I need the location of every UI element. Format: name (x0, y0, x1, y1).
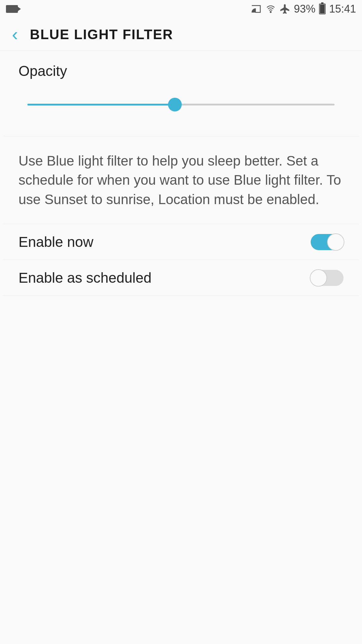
svg-point-0 (270, 11, 271, 13)
enable-now-label: Enable now (19, 234, 93, 250)
enable-now-row[interactable]: Enable now (3, 224, 359, 260)
airplane-icon (280, 4, 290, 14)
battery-icon (319, 4, 326, 14)
status-bar: 93% 15:41 (0, 0, 362, 18)
back-icon[interactable]: ‹ (12, 25, 18, 43)
status-right: 93% 15:41 (250, 3, 356, 15)
opacity-label: Opacity (19, 63, 343, 79)
enable-now-toggle[interactable] (311, 234, 343, 250)
clock-time: 15:41 (329, 3, 356, 15)
cast-icon (250, 4, 262, 14)
toggle-knob (327, 233, 344, 251)
slider-fill (27, 104, 175, 105)
video-camera-icon (6, 5, 18, 13)
description-text: Use Blue light filter to help you sleep … (3, 136, 359, 224)
enable-scheduled-row[interactable]: Enable as scheduled (3, 260, 359, 296)
toggle-knob (310, 269, 327, 287)
status-left (6, 5, 18, 13)
opacity-section: Opacity (3, 51, 359, 136)
opacity-slider[interactable] (27, 97, 335, 112)
wifi-icon (265, 4, 276, 13)
slider-thumb[interactable] (168, 98, 182, 111)
page-title: BLUE LIGHT FILTER (30, 26, 173, 42)
enable-scheduled-toggle[interactable] (311, 270, 343, 286)
enable-scheduled-label: Enable as scheduled (19, 270, 152, 286)
app-header: ‹ BLUE LIGHT FILTER (0, 18, 362, 51)
battery-percent: 93% (294, 3, 315, 15)
